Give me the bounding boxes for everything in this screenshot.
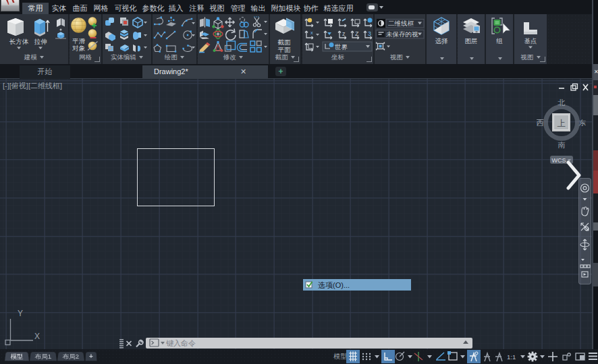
svg-text:x: x xyxy=(310,30,313,36)
svg-text:未保存的视: 未保存的视 xyxy=(386,30,418,38)
svg-text:Y: Y xyxy=(18,309,23,318)
svg-text:选择: 选择 xyxy=(435,37,449,44)
svg-text:WCS: WCS xyxy=(552,157,566,164)
svg-text:平面: 平面 xyxy=(278,46,292,53)
svg-text:对象: 对象 xyxy=(72,44,86,52)
svg-text:平滑: 平滑 xyxy=(72,37,86,44)
svg-text:南: 南 xyxy=(558,141,566,149)
svg-text:东: 东 xyxy=(579,119,587,127)
svg-text:图层: 图层 xyxy=(465,37,478,44)
svg-text:截面: 截面 xyxy=(278,38,292,46)
svg-text:模型: 模型 xyxy=(333,353,347,360)
svg-text:拉伸: 拉伸 xyxy=(34,38,47,45)
svg-text:上: 上 xyxy=(557,119,566,128)
svg-text:基点: 基点 xyxy=(524,37,537,44)
svg-text:二维线框: 二维线框 xyxy=(388,20,414,27)
svg-text:西: 西 xyxy=(537,119,544,127)
svg-text:1:1: 1:1 xyxy=(507,353,516,361)
svg-text:组: 组 xyxy=(496,37,503,44)
svg-text:长方体: 长方体 xyxy=(9,38,29,45)
svg-text:世界: 世界 xyxy=(334,43,348,51)
svg-text:X: X xyxy=(34,332,40,341)
svg-text:z: z xyxy=(342,30,346,37)
svg-text:北: 北 xyxy=(558,98,566,107)
svg-text:3: 3 xyxy=(368,30,371,37)
svg-text:Z: Z xyxy=(355,30,359,37)
